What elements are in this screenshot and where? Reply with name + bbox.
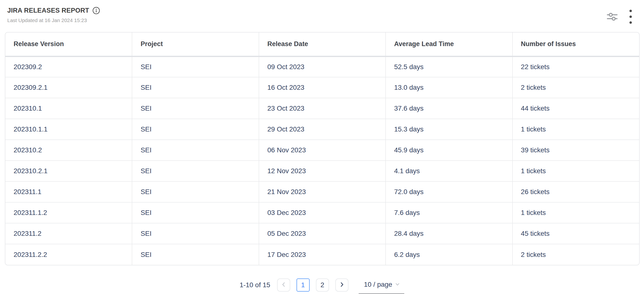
cell-project: SEI — [132, 202, 259, 223]
cell-release-date: 03 Dec 2023 — [259, 202, 386, 223]
cell-number-of-issues: 22 tickets — [512, 56, 639, 77]
cell-release-version: 202310.2.1 — [5, 160, 132, 182]
cell-number-of-issues: 39 tickets — [512, 140, 639, 160]
column-header-average-lead-time: Average Lead Time — [386, 32, 512, 56]
cell-project: SEI — [132, 140, 259, 160]
table-row: 202311.1 SEI 21 Nov 2023 72.0 days 26 ti… — [5, 182, 639, 202]
cell-average-lead-time: 52.5 days — [386, 56, 512, 77]
cell-average-lead-time: 6.2 days — [386, 244, 512, 265]
cell-average-lead-time: 72.0 days — [386, 182, 512, 202]
prev-page-button[interactable] — [277, 278, 290, 292]
cell-number-of-issues: 44 tickets — [512, 98, 639, 119]
sliders-icon — [607, 11, 618, 23]
cell-project: SEI — [132, 98, 259, 119]
table-row: 202311.2 SEI 05 Dec 2023 28.4 days 45 ti… — [5, 223, 639, 244]
cell-release-version: 202311.1 — [5, 182, 132, 202]
cell-release-version: 202309.2 — [5, 56, 132, 77]
column-header-release-version: Release Version — [5, 32, 132, 56]
cell-average-lead-time: 45.9 days — [386, 140, 512, 160]
column-header-release-date: Release Date — [259, 32, 386, 56]
cell-number-of-issues: 2 tickets — [512, 77, 639, 98]
chevron-right-icon — [339, 281, 344, 289]
table-row: 202311.2.2 SEI 17 Dec 2023 6.2 days 2 ti… — [5, 244, 639, 265]
table-row: 202310.1.1 SEI 29 Oct 2023 15.3 days 1 t… — [5, 119, 639, 140]
column-header-project: Project — [132, 32, 259, 56]
column-header-number-of-issues: Number of Issues — [512, 32, 639, 56]
cell-release-date: 29 Oct 2023 — [259, 119, 386, 140]
page-size-value: 10 / page — [364, 281, 392, 288]
cell-project: SEI — [132, 182, 259, 202]
cell-number-of-issues: 26 tickets — [512, 182, 639, 202]
cell-number-of-issues: 1 tickets — [512, 119, 639, 140]
table-row: 202310.2 SEI 06 Nov 2023 45.9 days 39 ti… — [5, 140, 639, 160]
cell-release-version: 202311.2 — [5, 223, 132, 244]
cell-release-version: 202310.2 — [5, 140, 132, 160]
chevron-down-icon — [395, 281, 400, 288]
next-page-button[interactable] — [335, 278, 348, 292]
report-header: JIRA RELEASES REPORT Last Updated at 16 … — [0, 0, 644, 23]
cell-release-version: 202310.1 — [5, 98, 132, 119]
cell-project: SEI — [132, 223, 259, 244]
cell-average-lead-time: 4.1 days — [386, 160, 512, 182]
page-2-button[interactable]: 2 — [316, 278, 329, 292]
cell-release-date: 12 Nov 2023 — [259, 160, 386, 182]
cell-release-date: 06 Nov 2023 — [259, 140, 386, 160]
cell-project: SEI — [132, 77, 259, 98]
cell-average-lead-time: 15.3 days — [386, 119, 512, 140]
cell-release-version: 202310.1.1 — [5, 119, 132, 140]
cell-average-lead-time: 13.0 days — [386, 77, 512, 98]
cell-release-date: 21 Nov 2023 — [259, 182, 386, 202]
info-icon[interactable] — [92, 7, 100, 14]
cell-number-of-issues: 1 tickets — [512, 160, 639, 182]
chevron-left-icon — [281, 281, 286, 289]
cell-release-date: 17 Dec 2023 — [259, 244, 386, 265]
cell-average-lead-time: 7.6 days — [386, 202, 512, 223]
page-title: JIRA RELEASES REPORT — [7, 7, 89, 14]
kebab-menu-icon — [629, 9, 632, 25]
cell-release-date: 05 Dec 2023 — [259, 223, 386, 244]
cell-release-version: 202309.2.1 — [5, 77, 132, 98]
pagination-range: 1-10 of 15 — [240, 281, 270, 289]
cell-release-date: 16 Oct 2023 — [259, 77, 386, 98]
table-row: 202310.1 SEI 23 Oct 2023 37.6 days 44 ti… — [5, 98, 639, 119]
releases-table: Release Version Project Release Date Ave… — [5, 32, 640, 266]
cell-project: SEI — [132, 56, 259, 77]
table-header-row: Release Version Project Release Date Ave… — [5, 32, 639, 56]
table-row: 202309.2 SEI 09 Oct 2023 52.5 days 22 ti… — [5, 56, 639, 77]
page-1-button[interactable]: 1 — [296, 278, 310, 292]
cell-project: SEI — [132, 244, 259, 265]
cell-number-of-issues: 2 tickets — [512, 244, 639, 265]
table-row: 202311.1.2 SEI 03 Dec 2023 7.6 days 1 ti… — [5, 202, 639, 223]
pagination: 1-10 of 15 1 2 10 / page — [0, 276, 644, 294]
cell-release-date: 23 Oct 2023 — [259, 98, 386, 119]
cell-release-version: 202311.1.2 — [5, 202, 132, 223]
cell-average-lead-time: 28.4 days — [386, 223, 512, 244]
cell-project: SEI — [132, 119, 259, 140]
cell-average-lead-time: 37.6 days — [386, 98, 512, 119]
cell-release-date: 09 Oct 2023 — [259, 56, 386, 77]
last-updated-text: Last Updated at 16 Jan 2024 15:23 — [7, 18, 637, 23]
cell-release-version: 202311.2.2 — [5, 244, 132, 265]
page-size-select[interactable]: 10 / page — [359, 276, 404, 294]
filter-settings-button[interactable] — [606, 10, 619, 24]
more-options-button[interactable] — [628, 8, 633, 26]
cell-number-of-issues: 45 tickets — [512, 223, 639, 244]
cell-project: SEI — [132, 160, 259, 182]
cell-number-of-issues: 1 tickets — [512, 202, 639, 223]
table-row: 202310.2.1 SEI 12 Nov 2023 4.1 days 1 ti… — [5, 160, 639, 182]
table-row: 202309.2.1 SEI 16 Oct 2023 13.0 days 2 t… — [5, 77, 639, 98]
